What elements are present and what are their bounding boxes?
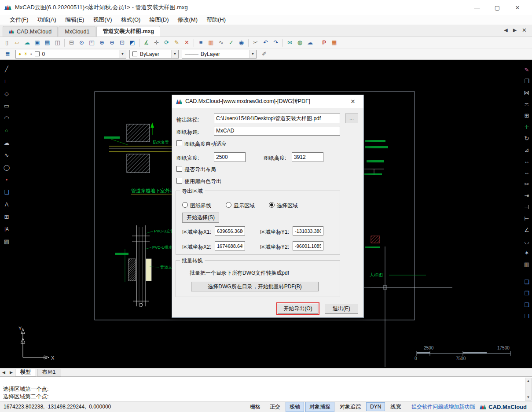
tab-prev-icon[interactable]: ◀ <box>0 370 7 375</box>
tab-scroll-left-icon[interactable]: ◀ <box>504 27 507 33</box>
web-home-icon[interactable]: ◍ <box>295 38 305 47</box>
undo-icon[interactable]: ↶ <box>261 38 270 47</box>
break-icon[interactable]: ⊣ <box>522 202 531 211</box>
zoom-previous-icon[interactable]: ◩ <box>128 38 137 47</box>
polygon-icon[interactable]: ◇ <box>2 89 11 98</box>
explode-icon[interactable]: ✶ <box>522 248 531 257</box>
tab-cad-mxcloud[interactable]: CAD.MxCloud <box>3 26 58 37</box>
clipboard-icon[interactable]: ✂ <box>251 38 260 47</box>
copy-icon[interactable]: ❐ <box>522 77 531 85</box>
exit-button[interactable]: 退出(E) <box>325 304 358 314</box>
fillet-icon[interactable]: ◡ <box>522 237 531 246</box>
erase-mark-icon[interactable]: ✕ <box>182 38 191 47</box>
zoom-window-icon[interactable]: ⊡ <box>117 38 127 47</box>
ellipse-icon[interactable]: ◯ <box>2 163 11 172</box>
rotate-icon[interactable]: ↻ <box>522 134 531 143</box>
command-scrollbar[interactable]: ▲ ▼ <box>525 378 532 401</box>
feedback-link[interactable]: 提交软件问题或增加新功能 <box>411 403 475 411</box>
polyline-icon[interactable]: ∟ <box>2 77 11 85</box>
toggle-lineweight[interactable]: 线宽 <box>386 402 405 412</box>
region-x1-input[interactable] <box>215 226 245 235</box>
line-icon[interactable]: ╱ <box>2 64 11 73</box>
menu-modify[interactable]: 修改(M) <box>173 15 202 25</box>
output-path-input[interactable] <box>214 114 340 123</box>
start-export-button[interactable]: 开始导出(O) <box>278 304 318 314</box>
save-icon[interactable]: ▣ <box>33 38 42 47</box>
minimize-button[interactable]: — <box>467 1 487 14</box>
tab-drawing-active[interactable]: 管道安装大样图.mxg <box>96 26 160 37</box>
match-properties-icon[interactable]: ▥ <box>522 260 531 269</box>
radio-select-area-label[interactable]: 选择区域 <box>277 202 298 210</box>
revcloud-icon[interactable]: ☁ <box>2 138 11 147</box>
open-cloud-icon[interactable]: ☁ <box>22 38 32 47</box>
scale-icon[interactable]: ⊿ <box>522 145 531 154</box>
color-palette-icon[interactable]: ▥ <box>206 38 216 47</box>
pan-icon[interactable]: ✛ <box>152 38 161 47</box>
print-preview-icon[interactable]: ⊟ <box>67 38 76 47</box>
circle-icon[interactable]: ○ <box>2 126 11 135</box>
toggle-osnap[interactable]: 对象捕捉 <box>305 402 334 412</box>
copy-stack-icon[interactable]: ❑ <box>522 300 531 309</box>
ok-check-icon[interactable]: ✓ <box>227 38 236 47</box>
join-icon[interactable]: ⊢ <box>522 214 531 223</box>
command-prompt[interactable]: 选择区域第二个点: <box>3 393 48 401</box>
region-x2-input[interactable] <box>215 241 245 250</box>
region-y2-input[interactable] <box>293 241 323 250</box>
layers-icon[interactable]: ≣ <box>3 49 12 59</box>
menu-format[interactable]: 格式(O) <box>117 15 145 25</box>
move-icon[interactable]: ✛ <box>522 122 531 131</box>
copy-stack-icon[interactable]: ❒ <box>522 312 531 320</box>
draw-mark-icon[interactable]: ✎ <box>172 38 181 47</box>
array-icon[interactable]: ⊞ <box>522 111 531 120</box>
mxcloud-site-icon[interactable]: ☁ <box>305 38 315 47</box>
layer-manager-icon[interactable]: ≡ <box>196 38 205 47</box>
color-combo[interactable]: ByLayer ▼ <box>129 50 179 59</box>
black-white-checkbox[interactable] <box>176 178 182 184</box>
start-select-button[interactable]: 开始选择(S) <box>182 213 219 223</box>
trim-icon[interactable]: ✂ <box>522 180 531 188</box>
layout1-tab[interactable]: 布局1 <box>37 369 61 376</box>
toggle-grid[interactable]: 栅格 <box>246 402 264 412</box>
chevron-down-icon[interactable]: ▼ <box>119 50 126 58</box>
stamp-icon[interactable]: ◉ <box>237 38 246 47</box>
chevron-down-icon[interactable]: ▼ <box>171 50 178 58</box>
menu-edit[interactable]: 编辑(E) <box>61 15 88 25</box>
save-as-icon[interactable]: ▤ <box>43 38 52 47</box>
insert-block-icon[interactable]: ❑ <box>2 188 11 196</box>
tab-next-icon[interactable]: ▶ <box>7 370 15 375</box>
layer-combo[interactable]: ● ☀ ▪ 0 ▼ <box>15 50 126 59</box>
zoom-out-icon[interactable]: ⊖ <box>107 38 117 47</box>
measure-icon[interactable]: ∡ <box>142 38 151 47</box>
chevron-down-icon[interactable]: ▼ <box>249 50 256 58</box>
zoom-in-icon[interactable]: ⊕ <box>97 38 106 47</box>
command-line-panel[interactable]: 选择区域第一个点: 选择区域第二个点: ▲ ▼ <box>0 376 532 401</box>
black-white-label[interactable]: 使用黑白色导出 <box>184 178 221 185</box>
dialog-title-bar[interactable]: CAD.MxCloud-[www.mxdraw3d.com]-[DWG转PDF]… <box>172 95 363 108</box>
linetype-combo[interactable]: ——— ByLayer ▼ <box>182 50 257 59</box>
publish-icon[interactable]: ✉ <box>285 38 294 47</box>
toggle-polar[interactable]: 极轴 <box>286 402 304 412</box>
extend-icon[interactable]: ⇥ <box>522 191 531 200</box>
copy-stack-icon[interactable]: ❐ <box>522 289 531 298</box>
hatch-icon[interactable]: ▨ <box>2 237 11 246</box>
print-icon[interactable]: ◫ <box>53 38 62 47</box>
find-icon[interactable]: ⊙ <box>77 38 86 47</box>
chamfer-icon[interactable]: ∠ <box>522 225 531 234</box>
match-properties-icon[interactable]: ✐ <box>260 49 269 59</box>
export-layout-checkbox[interactable] <box>176 166 182 172</box>
batch-convert-button[interactable]: 选择DWG所在目录，开始批量转PDF(B) <box>191 282 319 291</box>
tab-scroll-right-icon[interactable]: ▶ <box>513 27 517 33</box>
radio-select-area[interactable] <box>269 202 275 208</box>
mirror-icon[interactable]: ⋈ <box>522 88 531 97</box>
model-tab[interactable]: 模型 <box>15 369 36 376</box>
menu-function[interactable]: 功能(A) <box>33 15 61 25</box>
toggle-dyn[interactable]: DYN <box>366 402 385 411</box>
regen-icon[interactable]: ⟳ <box>162 38 171 47</box>
export-pdf-icon[interactable]: P <box>319 38 329 47</box>
menu-help[interactable]: 帮助(H) <box>202 15 230 25</box>
sheet-width-input[interactable] <box>214 152 246 162</box>
menu-file[interactable]: 文件(F) <box>5 15 33 25</box>
stretch-icon[interactable]: ↔ <box>522 157 531 166</box>
field-icon[interactable]: |A <box>2 224 11 233</box>
maximize-button[interactable]: ▢ <box>487 1 507 14</box>
